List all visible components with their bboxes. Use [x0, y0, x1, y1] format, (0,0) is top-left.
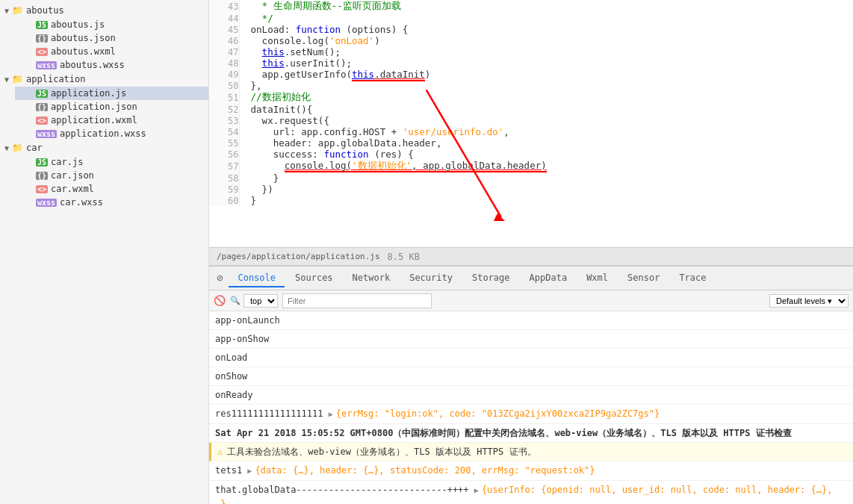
- line-code: * 生命周期函数--监听页面加载: [239, 0, 853, 13]
- console-line-date: Sat Apr 21 2018 15:05:52 GMT+0800（中国标准时间…: [209, 424, 853, 443]
- file-label: aboutus.wxss: [60, 60, 125, 70]
- folder-aboutus[interactable]: ▼ 📁 aboutus: [0, 3, 208, 18]
- json-badge: {}: [36, 172, 48, 180]
- code-line-44: 44 */: [209, 13, 853, 24]
- console-line: onShow: [209, 367, 853, 386]
- line-code: */: [239, 13, 853, 24]
- wxss-badge: wxss: [36, 61, 57, 69]
- file-label: car.wxml: [51, 184, 94, 194]
- folder-car[interactable]: ▼ 📁 car: [0, 140, 208, 155]
- file-application-wxss[interactable]: wxss application.wxss: [15, 127, 208, 140]
- file-label: aboutus.wxml: [51, 46, 116, 57]
- code-line-60: 60 }: [209, 195, 853, 206]
- code-line-56: 56 success: function (res) {: [209, 149, 853, 160]
- code-table: 43 * 生命周期函数--监听页面加载 44 */ 45 onLoad: fun…: [209, 0, 853, 206]
- file-aboutus-json[interactable]: {} aboutus.json: [15, 31, 208, 45]
- wxml-badge: <>: [36, 48, 48, 56]
- code-line-53: 53 wx.request({: [209, 115, 853, 126]
- js-badge: JS: [36, 21, 48, 29]
- tab-security[interactable]: Security: [400, 270, 462, 287]
- file-aboutus-wxss[interactable]: wxss aboutus.wxss: [15, 58, 208, 72]
- console-text: tets1 ▶{data: {…}, header: {…}, statusCo…: [215, 464, 847, 478]
- line-code: console.log('数据初始化', app.globalData.head…: [239, 160, 853, 172]
- tab-console[interactable]: Console: [229, 270, 285, 287]
- line-num: 48: [209, 57, 239, 69]
- line-num: 43: [209, 0, 239, 13]
- console-text: onShow: [215, 370, 847, 383]
- line-num: 52: [209, 104, 239, 115]
- console-text: that.globalData-------------------------…: [215, 483, 847, 504]
- code-line-46: 46 console.log('onLoad'): [209, 35, 853, 46]
- tab-trace[interactable]: Trace: [670, 270, 715, 287]
- line-code: },: [239, 80, 853, 91]
- console-text: app-onShow: [215, 332, 847, 346]
- tab-appdata[interactable]: AppData: [521, 270, 577, 287]
- file-application-js[interactable]: JS application.js: [15, 87, 208, 100]
- file-car-wxss[interactable]: wxss car.wxss: [15, 196, 208, 209]
- line-code: //数据初始化: [239, 91, 853, 104]
- code-line-58: 58 }: [209, 172, 853, 184]
- js-badge: JS: [36, 90, 48, 98]
- folder-icon: 📁: [12, 5, 23, 16]
- wxml-badge: <>: [36, 116, 48, 125]
- arrow-icon: ▼: [4, 144, 9, 152]
- application-files: JS application.js {} application.json <>…: [0, 87, 208, 140]
- line-code: this.userInit();: [239, 57, 853, 69]
- file-label: application.json: [51, 102, 137, 112]
- code-line-45: 45 onLoad: function (options) {: [209, 24, 853, 35]
- arrow-icon: ▼: [4, 7, 9, 15]
- line-num: 60: [209, 195, 239, 206]
- line-num: 44: [209, 13, 239, 24]
- tab-icon-area: ⊘: [212, 269, 227, 288]
- file-aboutus-wxml[interactable]: <> aboutus.wxml: [15, 45, 208, 58]
- line-code: }: [239, 172, 853, 184]
- line-num: 59: [209, 184, 239, 195]
- console-line-tets: tets1 ▶{data: {…}, header: {…}, statusCo…: [209, 461, 853, 481]
- line-code: }: [239, 195, 853, 206]
- code-line-57: 57 console.log('数据初始化', app.globalData.h…: [209, 160, 853, 172]
- file-car-wxml[interactable]: <> car.wxml: [15, 182, 208, 196]
- console-text: 工具未验合法域名、web-view（业务域名）、TLS 版本以及 HTTPS 证…: [227, 445, 847, 458]
- wxss-badge: wxss: [36, 130, 57, 138]
- line-num: 47: [209, 46, 239, 57]
- console-clear-icon[interactable]: 🚫: [214, 295, 226, 306]
- file-label: aboutus.json: [51, 33, 116, 43]
- car-files: JS car.js {} car.json <> car.wxml wxss c…: [0, 155, 208, 209]
- filter-input[interactable]: [282, 293, 432, 308]
- console-text: app-onLaunch: [215, 314, 847, 327]
- code-line-55: 55 header: app.globalData.header,: [209, 137, 853, 149]
- levels-selector[interactable]: Default levels ▾: [769, 294, 849, 308]
- tab-sensor[interactable]: Sensor: [618, 270, 669, 287]
- devtools-panel: ⊘ Console Sources Network Security Stora…: [209, 265, 853, 504]
- code-container: 43 * 生命周期函数--监听页面加载 44 */ 45 onLoad: fun…: [209, 0, 853, 247]
- console-line-warning: ⚠ 工具未验合法域名、web-view（业务域名）、TLS 版本以及 HTTPS…: [209, 443, 853, 461]
- code-editor[interactable]: 43 * 生命周期函数--监听页面加载 44 */ 45 onLoad: fun…: [209, 0, 853, 247]
- folder-application[interactable]: ▼ 📁 application: [0, 72, 208, 87]
- file-label: car.json: [51, 170, 94, 181]
- file-sidebar[interactable]: ▼ 📁 aboutus JS aboutus.js {} aboutus.jso…: [0, 0, 209, 504]
- file-aboutus-js[interactable]: JS aboutus.js: [15, 18, 208, 31]
- tab-network[interactable]: Network: [344, 270, 400, 287]
- line-num: 58: [209, 172, 239, 184]
- file-car-json[interactable]: {} car.json: [15, 169, 208, 182]
- line-code: }): [239, 184, 853, 195]
- line-code: onLoad: function (options) {: [239, 24, 853, 35]
- line-num: 57: [209, 160, 239, 172]
- file-car-js[interactable]: JS car.js: [15, 155, 208, 169]
- tab-storage[interactable]: Storage: [463, 270, 519, 287]
- console-output[interactable]: app-onLaunch app-onShow onLoad onShow on…: [209, 311, 853, 504]
- file-application-json[interactable]: {} application.json: [15, 100, 208, 113]
- context-selector[interactable]: top: [244, 294, 278, 308]
- tab-sources[interactable]: Sources: [286, 270, 342, 287]
- console-text: Sat Apr 21 2018 15:05:52 GMT+0800（中国标准时间…: [215, 426, 847, 440]
- line-code: dataInit(){: [239, 104, 853, 115]
- tab-wxml[interactable]: Wxml: [577, 270, 617, 287]
- devtools-tabs: ⊘ Console Sources Network Security Stora…: [209, 267, 853, 290]
- code-line-59: 59 }): [209, 184, 853, 195]
- line-code: success: function (res) {: [239, 149, 853, 160]
- folder-name: car: [26, 143, 43, 153]
- file-application-wxml[interactable]: <> application.wxml: [15, 113, 208, 127]
- file-label: car.wxss: [60, 197, 103, 208]
- json-badge: {}: [36, 34, 48, 43]
- console-text: res11111111111111111 ▶{errMsg: "login:ok…: [215, 407, 847, 421]
